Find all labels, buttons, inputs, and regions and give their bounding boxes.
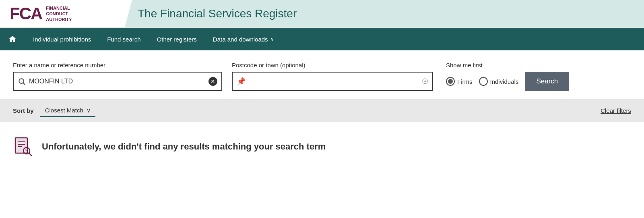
nav-item-data-downloads[interactable]: Data and downloads ∨ xyxy=(205,28,282,50)
name-label: Enter a name or reference number xyxy=(13,62,222,69)
sort-left: Sort by Closest Match ∨ xyxy=(13,104,95,117)
radio-group: Firms Individuals Search xyxy=(446,72,569,91)
home-icon xyxy=(8,35,17,44)
fca-logo: FCA FINANCIAL CONDUCT AUTHORITY xyxy=(10,5,72,23)
header-title-area: The Financial Services Register xyxy=(125,0,644,27)
header: FCA FINANCIAL CONDUCT AUTHORITY The Fina… xyxy=(0,0,644,28)
radio-individuals[interactable]: Individuals xyxy=(479,77,519,86)
main-nav: Individual prohibitions Fund search Othe… xyxy=(0,28,644,50)
radio-firms-inner xyxy=(448,79,453,84)
name-input-wrapper: ✕ xyxy=(13,72,222,91)
nav-home[interactable] xyxy=(0,28,25,50)
sort-chevron-icon: ∨ xyxy=(87,107,91,114)
postcode-search-group: Postcode or town (optional) 📌 ☉ xyxy=(232,62,433,91)
site-title: The Financial Services Register xyxy=(138,7,297,20)
svg-rect-2 xyxy=(15,138,27,153)
show-me-group: Show me first Firms Individuals Search xyxy=(446,62,569,91)
logo-area: FCA FINANCIAL CONDUCT AUTHORITY xyxy=(0,0,129,27)
no-results-section: Unfortunately, we didn't find any result… xyxy=(0,122,644,172)
radio-individuals-label: Individuals xyxy=(490,78,519,85)
name-input[interactable] xyxy=(29,78,208,85)
svg-line-8 xyxy=(29,153,31,156)
no-results-text: Unfortunately, we didn't find any result… xyxy=(42,141,326,152)
radio-firms-circle[interactable] xyxy=(446,77,455,86)
location-crosshair-icon[interactable]: ☉ xyxy=(422,77,428,86)
search-section: Enter a name or reference number ✕ Postc… xyxy=(0,50,644,99)
search-button[interactable]: Search xyxy=(525,72,569,91)
postcode-input-wrapper: 📌 ☉ xyxy=(232,72,433,91)
pin-icon: 📌 xyxy=(237,77,246,86)
name-search-group: Enter a name or reference number ✕ xyxy=(13,62,222,91)
sort-dropdown[interactable]: Closest Match ∨ xyxy=(40,104,95,117)
postcode-input[interactable] xyxy=(249,78,422,85)
logo-text: FINANCIAL CONDUCT AUTHORITY xyxy=(46,5,72,23)
sort-value: Closest Match xyxy=(45,107,83,114)
postcode-label: Postcode or town (optional) xyxy=(232,62,433,69)
radio-firms[interactable]: Firms xyxy=(446,77,473,86)
logo-letters: FCA xyxy=(10,5,42,22)
radio-firms-label: Firms xyxy=(457,78,473,85)
radio-individuals-circle[interactable] xyxy=(479,77,488,86)
chevron-down-icon: ∨ xyxy=(270,36,274,42)
nav-item-individual-prohibitions[interactable]: Individual prohibitions xyxy=(25,28,99,50)
search-icon xyxy=(18,77,26,85)
show-me-label: Show me first xyxy=(446,62,569,69)
no-results-icon xyxy=(13,136,34,157)
clear-filters-button[interactable]: Clear filters xyxy=(601,107,631,114)
sort-bar: Sort by Closest Match ∨ Clear filters xyxy=(0,99,644,122)
svg-line-1 xyxy=(23,83,25,85)
sort-by-label: Sort by xyxy=(13,107,34,114)
nav-item-fund-search[interactable]: Fund search xyxy=(99,28,149,50)
svg-point-0 xyxy=(19,79,24,83)
search-row: Enter a name or reference number ✕ Postc… xyxy=(13,62,631,91)
clear-name-button[interactable]: ✕ xyxy=(208,77,217,86)
nav-item-other-registers[interactable]: Other registers xyxy=(149,28,205,50)
